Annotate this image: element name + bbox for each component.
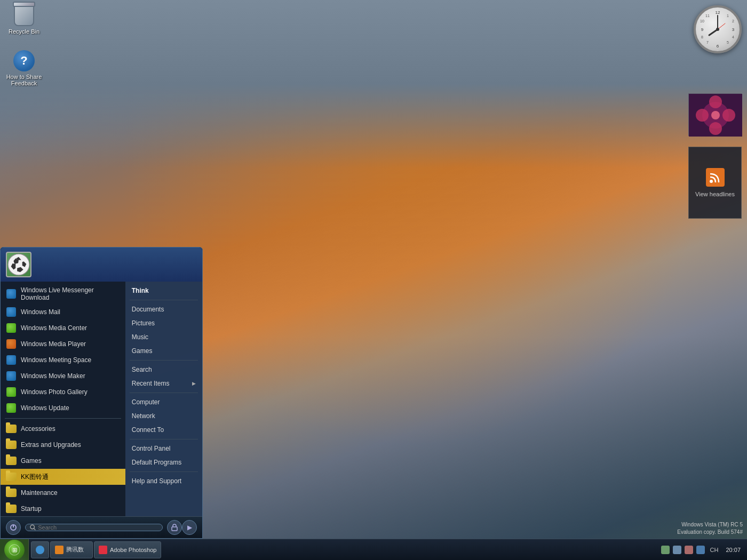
system-info-line2: Evaluation copy. Build 574# xyxy=(677,529,743,536)
user-avatar xyxy=(6,252,31,277)
menu-right-games[interactable]: Games xyxy=(125,344,202,358)
taskbar: ⊞ 腾讯数 Adobe Photoshop CH 20:07 xyxy=(0,539,747,560)
menu-item-kk[interactable]: KK图铃通 xyxy=(1,469,125,485)
divider-1 xyxy=(5,418,121,419)
svg-text:10: 10 xyxy=(700,19,704,23)
taskbar-ie[interactable] xyxy=(31,541,49,558)
divider-right-2 xyxy=(130,360,198,361)
menu-right-user[interactable]: Think xyxy=(125,284,202,298)
menu-item-movie-maker[interactable]: Windows Movie Maker xyxy=(1,368,125,384)
tray-icon-antivirus[interactable] xyxy=(685,546,693,554)
svg-text:1: 1 xyxy=(727,14,729,18)
menu-right-network[interactable]: Network xyxy=(125,409,202,423)
search-input[interactable] xyxy=(38,524,158,531)
headlines-widget[interactable]: View headlines xyxy=(688,147,742,219)
svg-point-20 xyxy=(696,109,709,122)
lang-indicator[interactable]: CH xyxy=(708,547,721,553)
divider-right-4 xyxy=(130,439,198,439)
menu-right-search[interactable]: Search xyxy=(125,363,202,377)
taskbar-tencent[interactable]: 腾讯数 xyxy=(50,541,93,558)
clock-face: 12 3 6 9 1 2 4 5 7 8 10 11 xyxy=(694,5,742,53)
menu-right-recent[interactable]: Recent Items ▶ xyxy=(125,377,202,390)
menu-right-connect[interactable]: Connect To xyxy=(125,423,202,437)
menu-item-mail[interactable]: Windows Mail xyxy=(1,304,125,320)
svg-text:2: 2 xyxy=(732,19,734,23)
menu-item-photo-gallery[interactable]: Windows Photo Gallery xyxy=(1,384,125,400)
divider-right-5 xyxy=(130,471,198,472)
menu-right-default-programs[interactable]: Default Programs xyxy=(125,455,202,469)
lock-button[interactable] xyxy=(167,520,182,535)
help-feedback-label: How to Share Feedback xyxy=(5,74,43,86)
menu-right-computer[interactable]: Computer xyxy=(125,395,202,409)
menu-item-media-center[interactable]: Windows Media Center xyxy=(1,320,125,336)
start-menu-left: Windows Live Messenger Download Windows … xyxy=(1,282,125,516)
tray-icon-sound[interactable] xyxy=(673,546,681,554)
menu-item-meeting-space[interactable]: Windows Meeting Space xyxy=(1,352,125,368)
arrow-button[interactable]: ▶ xyxy=(182,520,197,535)
menu-item-media-player[interactable]: Windows Media Player xyxy=(1,336,125,352)
start-orb: ⊞ xyxy=(4,540,25,560)
svg-text:8: 8 xyxy=(701,35,703,39)
start-button[interactable]: ⊞ xyxy=(0,539,29,561)
svg-point-21 xyxy=(722,109,735,122)
svg-point-15 xyxy=(716,28,719,31)
divider-right-3 xyxy=(130,393,198,393)
menu-item-wlm[interactable]: Windows Live Messenger Download xyxy=(1,284,125,304)
svg-text:⊞: ⊞ xyxy=(12,547,17,553)
menu-right-pictures[interactable]: Pictures xyxy=(125,316,202,330)
photo-widget[interactable] xyxy=(688,93,742,136)
menu-right-music[interactable]: Music xyxy=(125,330,202,344)
svg-point-23 xyxy=(710,180,713,183)
svg-text:3: 3 xyxy=(732,27,735,32)
svg-point-18 xyxy=(709,95,722,108)
search-bar[interactable] xyxy=(25,524,163,531)
menu-item-games[interactable]: Games xyxy=(1,453,125,469)
menu-item-update[interactable]: Windows Update xyxy=(1,400,125,416)
start-menu-body: Windows Live Messenger Download Windows … xyxy=(1,282,202,516)
menu-right-help[interactable]: Help and Support xyxy=(125,474,202,488)
svg-text:5: 5 xyxy=(727,41,729,44)
svg-point-19 xyxy=(709,122,722,135)
search-icon xyxy=(30,524,36,531)
svg-point-32 xyxy=(30,525,34,529)
svg-text:9: 9 xyxy=(701,27,704,32)
headlines-label: View headlines xyxy=(695,191,735,197)
svg-text:12: 12 xyxy=(716,10,720,15)
system-info-line1: Windows Vista (TM) RC 5 xyxy=(677,521,743,529)
help-feedback-icon[interactable]: ? How to Share Feedback xyxy=(3,48,45,89)
divider-right-1 xyxy=(130,300,198,300)
svg-text:6: 6 xyxy=(717,44,719,49)
svg-text:11: 11 xyxy=(705,14,710,18)
tray-icon-qq[interactable] xyxy=(696,546,705,554)
clock-widget[interactable]: 12 3 6 9 1 2 4 5 7 8 10 11 xyxy=(694,5,742,53)
svg-line-33 xyxy=(34,529,35,530)
svg-text:4: 4 xyxy=(732,35,734,39)
taskbar-adobe[interactable]: Adobe Photoshop xyxy=(94,541,161,558)
rss-icon xyxy=(706,168,725,187)
menu-item-maintenance[interactable]: Maintenance xyxy=(1,485,125,501)
menu-right-documents[interactable]: Documents xyxy=(125,302,202,316)
recycle-bin-label: Recycle Bin xyxy=(9,28,39,35)
taskbar-tray: CH 20:07 xyxy=(657,546,747,554)
menu-item-startup[interactable]: Startup xyxy=(1,501,125,516)
start-menu-right: Think Documents Pictures Music Games Sea… xyxy=(125,282,202,516)
menu-item-extras[interactable]: Extras and Upgrades xyxy=(1,437,125,453)
recycle-bin-icon[interactable]: Recycle Bin xyxy=(3,3,45,37)
start-menu: Windows Live Messenger Download Windows … xyxy=(0,247,203,539)
menu-right-control-panel[interactable]: Control Panel xyxy=(125,442,202,455)
system-info: Windows Vista (TM) RC 5 Evaluation copy.… xyxy=(677,521,743,536)
svg-rect-34 xyxy=(172,527,177,531)
power-button[interactable] xyxy=(6,520,21,535)
start-menu-header xyxy=(1,247,202,282)
clock-tray[interactable]: 20:07 xyxy=(724,547,743,553)
svg-text:7: 7 xyxy=(706,41,709,44)
menu-item-accessories[interactable]: Accessories xyxy=(1,421,125,437)
taskbar-apps: 腾讯数 Adobe Photoshop xyxy=(29,541,657,558)
svg-point-22 xyxy=(711,111,720,119)
tray-icon-network[interactable] xyxy=(661,546,670,554)
start-menu-footer: ▶ xyxy=(1,516,202,538)
